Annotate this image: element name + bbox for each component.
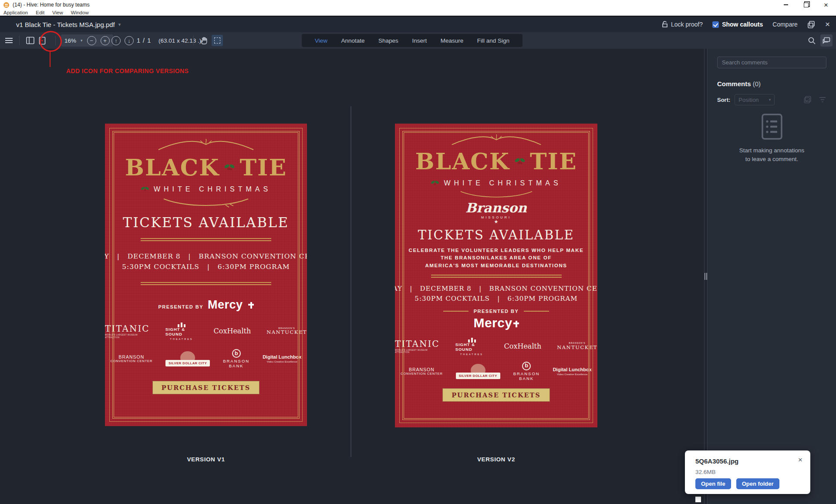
sight-and-sound-sub: THEATRES <box>170 338 193 340</box>
open-folder-button[interactable]: Open folder <box>736 478 779 489</box>
version-v1-label: VERSION V1 <box>105 456 307 463</box>
flyer-version-2[interactable]: BLACK TIE WHITE CHRISTMAS <box>395 124 597 427</box>
sight-and-sound-logo: SIGHT & SOUND THEATRES <box>165 322 198 340</box>
document-header-actions: Lock proof? Show callouts Compare × <box>662 17 830 32</box>
zoom-level[interactable]: 16% <box>64 37 76 44</box>
flyer-subtitle: WHITE CHRISTMAS <box>444 179 561 187</box>
page-up-button[interactable]: ↑ <box>111 32 121 49</box>
hand-pan-tool-icon[interactable] <box>199 32 208 49</box>
resolve-comments-icon[interactable] <box>804 96 812 104</box>
empty-text-line2: to leave a comment. <box>708 155 836 164</box>
checkbox-checked-icon[interactable] <box>712 21 719 28</box>
tab-measure[interactable]: Measure <box>441 37 464 44</box>
purchase-tickets-button: PURCHASE TICKETS <box>152 381 260 394</box>
page-current[interactable]: 1 <box>137 37 141 44</box>
chevron-down-icon[interactable]: ▾ <box>118 22 121 27</box>
app-window: (14) - Hive: Home for busy teams Applica… <box>0 0 836 504</box>
flyer-event-line1: FRIDAY | DECEMBER 8 | BRANSON CONVENTION… <box>395 285 597 292</box>
titanic-logo: TITANIC WORLD'S LARGEST MUSEUM ATTRACTIO… <box>105 324 150 338</box>
page-total: 1 <box>147 37 151 44</box>
hive-logo-icon <box>3 2 9 8</box>
hamburger-menu-icon[interactable] <box>5 32 13 49</box>
bank-line2: BANK <box>229 364 244 369</box>
zoom-in-button[interactable]: + <box>101 36 110 45</box>
chevron-down-icon[interactable]: ▾ <box>81 38 83 43</box>
titanic-logo-text: TITANIC <box>395 339 440 349</box>
flyer-celebrate-copy: CELEBRATE THE VOLUNTEER LEADERS WHO HELP… <box>409 247 584 269</box>
coxhealth-text: CoxHealth <box>504 343 542 350</box>
proof-canvas[interactable]: BLACK TIE WHITE CHRISTMAS <box>0 49 704 504</box>
show-callouts-toggle[interactable]: Show callouts <box>712 21 763 28</box>
restore-button[interactable] <box>796 0 816 10</box>
sight-and-sound-text: SIGHT & SOUND <box>455 343 489 352</box>
empty-annotations-text: Start making annotations to leave a comm… <box>708 146 836 163</box>
branson-missouri-logo: Branson MISSOURI ★ <box>465 202 527 224</box>
flyer-divider <box>141 238 271 241</box>
coxhealth-text: CoxHealth <box>214 327 251 335</box>
bcc-line2: CONVENTION CENTER <box>401 372 443 376</box>
sort-label: Sort: <box>717 97 730 103</box>
zoom-out-button[interactable]: − <box>87 36 96 45</box>
celebrate-line1: CELEBRATE THE VOLUNTEER LEADERS WHO HELP… <box>409 247 584 254</box>
sort-dropdown[interactable]: Position ▾ <box>735 94 775 105</box>
flourish-ornament <box>160 196 252 208</box>
branson-convention-center-logo: BRANSON CONVENTION CENTER <box>111 354 153 363</box>
scroll-corner-handle[interactable] <box>695 497 701 502</box>
close-notification-icon[interactable]: × <box>798 456 802 464</box>
titanic-logo-sub: WORLD'S LARGEST MUSEUM ATTRACTION <box>105 334 150 338</box>
lock-proof-button[interactable]: Lock proof? <box>662 21 703 28</box>
menu-window[interactable]: Window <box>71 10 89 15</box>
tab-fill-and-sign[interactable]: Fill and Sign <box>477 37 509 44</box>
sponsor-logos-row2: BRANSON CONVENTION CENTER SILVER DOLLAR … <box>401 362 592 381</box>
flyer-divider <box>431 275 562 278</box>
document-header: v1 Black Tie - Tickets MSA.jpg.pdf ▾ Loc… <box>0 17 836 32</box>
flyer-title-black: BLACK <box>125 154 219 181</box>
filter-icon[interactable] <box>819 97 826 103</box>
close-proof-icon[interactable]: × <box>825 20 830 29</box>
search-comments-input[interactable] <box>717 57 826 68</box>
notification-filesize: 32.6MB <box>695 469 716 475</box>
pages-icon[interactable] <box>807 20 816 29</box>
tab-annotate[interactable]: Annotate <box>341 37 365 44</box>
menu-view[interactable]: View <box>52 10 63 15</box>
close-window-button[interactable] <box>816 0 836 10</box>
menu-edit[interactable]: Edit <box>36 10 44 15</box>
branson-bank-logo: b BRANSON BANK <box>223 349 249 369</box>
silver-dollar-city-logo: SILVER DOLLAR CITY <box>165 351 210 366</box>
sight-and-sound-text: SIGHT & SOUND <box>165 327 198 337</box>
tab-shapes[interactable]: Shapes <box>378 37 398 44</box>
flyer-title-tie: TIE <box>530 148 577 175</box>
flyer-version-1[interactable]: BLACK TIE WHITE CHRISTMAS <box>105 124 307 426</box>
page-down-button[interactable]: ↓ <box>125 32 134 49</box>
open-file-button[interactable]: Open file <box>695 478 731 489</box>
comments-panel-toggle[interactable] <box>820 34 833 47</box>
tab-view[interactable]: View <box>315 37 327 44</box>
lock-proof-label: Lock proof? <box>671 21 703 28</box>
dlb-sub: Video Creative Excellence <box>557 373 587 376</box>
bcc-line2: CONVENTION CENTER <box>111 360 153 363</box>
bank-b-icon: b <box>522 362 531 370</box>
tab-insert[interactable]: Insert <box>412 37 427 44</box>
theatre-icon <box>467 337 477 343</box>
search-icon[interactable] <box>808 37 816 45</box>
flyer-event-line2: 5:30PM COCKTAILS | 6:30PM PROGRAM <box>122 263 290 271</box>
comments-count: (0) <box>753 80 761 87</box>
two-page-layout-icon[interactable] <box>26 32 34 49</box>
minimize-button[interactable] <box>776 0 796 10</box>
sort-value: Position <box>738 97 758 103</box>
branson-convention-center-logo: BRANSON CONVENTION CENTER <box>401 367 443 376</box>
document-title[interactable]: v1 Black Tie - Tickets MSA.jpg.pdf <box>16 21 115 28</box>
mercy-logo: Mercy <box>473 316 512 330</box>
sidebar-resize-handle[interactable] <box>705 272 707 281</box>
flourish-ornament <box>446 134 546 147</box>
compare-button[interactable]: Compare <box>772 21 798 28</box>
marquee-select-tool[interactable] <box>212 35 223 46</box>
toolbar-divider <box>193 36 194 45</box>
empty-annotations-icon <box>708 113 836 140</box>
annotation-circle <box>40 31 62 52</box>
menu-application[interactable]: Application <box>3 10 28 15</box>
flyer-event-line2: 5:30PM COCKTAILS | 6:30PM PROGRAM <box>415 295 577 302</box>
branson-bank-logo: b BRANSON BANK <box>513 362 540 381</box>
dlb-sub: Video Creative Excellence <box>267 360 297 363</box>
nantucket-text: NANTUCKET <box>557 345 597 350</box>
